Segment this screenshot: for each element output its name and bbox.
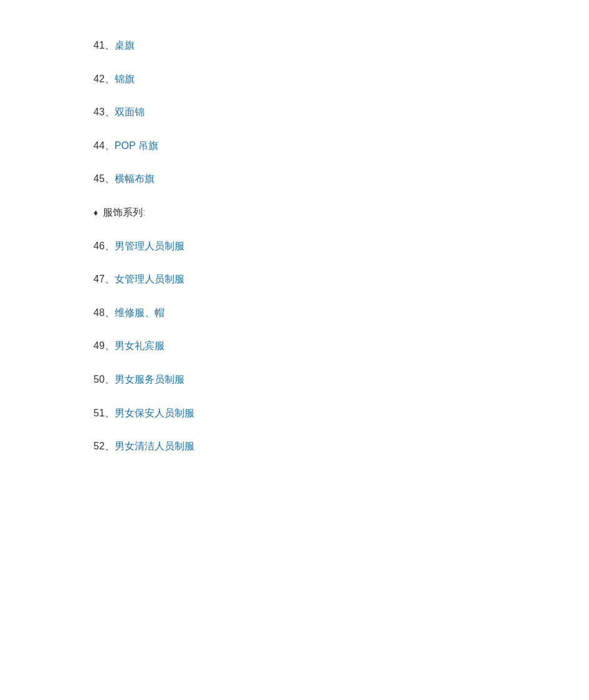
- list-item-43: 43、双面锦: [93, 104, 496, 120]
- item-link-51[interactable]: 男女保安人员制服: [115, 408, 194, 418]
- item-link-47[interactable]: 女管理人员制服: [115, 274, 184, 284]
- item-number-48: 48、: [93, 307, 115, 318]
- item-number-47: 47、: [93, 274, 115, 284]
- item-number-52: 52、: [93, 441, 115, 451]
- list-item-52: 52、男女清洁人员制服: [93, 438, 496, 454]
- list-item-45: 45、横幅布旗: [93, 171, 496, 187]
- item-number-50: 50、: [93, 374, 115, 385]
- item-link-44[interactable]: POP 吊旗: [115, 140, 158, 151]
- item-number-45: 45、: [93, 173, 115, 184]
- item-link-43[interactable]: 双面锦: [115, 107, 145, 117]
- item-link-49[interactable]: 男女礼宾服: [115, 340, 165, 351]
- list-item-49: 49、男女礼宾服: [93, 338, 496, 354]
- items-group-2: 46、男管理人员制服 47、女管理人员制服 48、维修服、帽 49、男女礼宾服 …: [93, 238, 496, 454]
- list-item-41: 41、桌旗: [93, 37, 496, 54]
- item-link-50[interactable]: 男女服务员制服: [115, 374, 184, 385]
- item-link-42[interactable]: 锦旗: [115, 74, 135, 84]
- item-number-44: 44、: [93, 140, 115, 151]
- item-number-46: 46、: [93, 241, 115, 251]
- item-number-42: 42、: [93, 74, 115, 84]
- list-item-51: 51、男女保安人员制服: [93, 405, 496, 421]
- item-link-48[interactable]: 维修服、帽: [115, 307, 165, 318]
- list-item-48: 48、维修服、帽: [93, 305, 496, 321]
- item-number-43: 43、: [93, 107, 115, 117]
- section-colon: :: [143, 207, 145, 218]
- item-link-52[interactable]: 男女清洁人员制服: [115, 441, 194, 451]
- section-label: 服饰系列:: [103, 204, 145, 221]
- list-item-44: 44、POP 吊旗: [93, 138, 496, 154]
- items-group-1: 41、桌旗 42、锦旗 43、双面锦 44、POP 吊旗 45、横幅布旗: [93, 37, 496, 187]
- item-link-45[interactable]: 横幅布旗: [115, 173, 155, 184]
- item-number-51: 51、: [93, 408, 115, 418]
- diamond-icon: ♦: [93, 206, 98, 219]
- item-number-49: 49、: [93, 340, 115, 351]
- item-link-46[interactable]: 男管理人员制服: [115, 241, 184, 251]
- section-header-fashion: ♦ 服饰系列:: [93, 204, 496, 221]
- item-number-41: 41、: [93, 40, 115, 50]
- item-link-41[interactable]: 桌旗: [115, 40, 135, 50]
- list-item-42: 42、锦旗: [93, 71, 496, 87]
- list-item-50: 50、男女服务员制服: [93, 372, 496, 388]
- list-item-46: 46、男管理人员制服: [93, 238, 496, 254]
- list-item-47: 47、女管理人员制服: [93, 271, 496, 287]
